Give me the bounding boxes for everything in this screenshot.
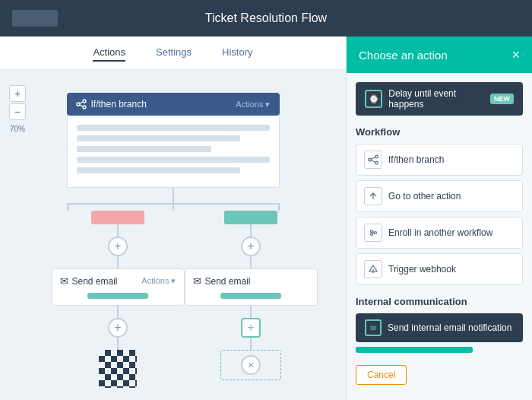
workflow-section-title: Workflow [356, 126, 523, 138]
svg-point-2 [83, 106, 86, 109]
cross-button[interactable]: × [241, 355, 261, 375]
right-panel-title: Choose an action [359, 49, 448, 62]
add-button-left[interactable]: + [108, 237, 128, 256]
if-then-body [67, 116, 280, 188]
svg-point-5 [369, 158, 372, 161]
if-then-text: If/then branch [91, 99, 147, 110]
teal-line-right [220, 293, 281, 299]
main-layout: Actions Settings History + − 70% [0, 37, 532, 400]
page-title: Ticket Resolution Flow [205, 11, 327, 25]
node-line-4 [77, 157, 270, 163]
connector-v-left-3 [117, 306, 119, 318]
dotted-box: × [220, 350, 281, 380]
workflow-item-0[interactable]: If/then branch [356, 144, 523, 176]
svg-point-12 [371, 233, 373, 236]
tab-actions[interactable]: Actions [93, 46, 125, 59]
connector-v-right-2 [250, 256, 252, 268]
workflow-icon-0 [364, 151, 382, 169]
node-line-3 [77, 146, 212, 152]
branch-connector [67, 188, 280, 211]
workflow-label-1: Go to other action [388, 191, 461, 202]
svg-point-7 [375, 161, 378, 164]
right-panel-content: ⌚ Delay until event happens NEW Workflow [347, 73, 532, 400]
zoom-out-button[interactable]: − [9, 103, 26, 120]
branch-icon [76, 99, 87, 110]
svg-line-8 [371, 157, 375, 159]
if-then-actions[interactable]: Actions ▾ [236, 100, 270, 110]
workflow-label-3: Trigger webhook [388, 264, 456, 275]
connector-v-right-4 [250, 338, 252, 350]
webhook-icon [368, 264, 378, 275]
connector-v-left-4 [117, 338, 119, 350]
app-logo [12, 10, 58, 27]
if-then-node[interactable]: If/then branch Actions ▾ [67, 93, 280, 116]
tab-history[interactable]: History [222, 46, 252, 59]
workflow-label-2: Enroll in another workflow [388, 227, 492, 238]
send-email-label-left: ✉ Send email [60, 275, 118, 287]
teal-progress-bar [356, 347, 473, 353]
branch-right: + ✉ Send email [185, 211, 318, 388]
node-line-2 [77, 135, 241, 141]
delay-text: Delay until event happens [388, 88, 490, 110]
node-line-5 [77, 167, 241, 173]
arrow-icon [368, 191, 378, 202]
internal-action-item-0[interactable]: ✉ Send internal email notification [356, 313, 523, 342]
send-email-header-right: ✉ Send email [193, 275, 309, 287]
svg-line-4 [80, 105, 83, 106]
tab-settings[interactable]: Settings [156, 46, 192, 59]
svg-line-9 [371, 160, 375, 162]
connector-v-left [117, 224, 119, 237]
if-then-label: If/then branch [76, 99, 147, 110]
workflow-item-2[interactable]: Enroll in another workflow [356, 217, 523, 249]
branch-left: + ✉ Send email Actions ▾ [52, 211, 185, 388]
send-email-node-right[interactable]: ✉ Send email [185, 268, 318, 306]
svg-point-13 [375, 232, 377, 234]
svg-point-11 [371, 230, 373, 233]
add-button-right[interactable]: + [241, 237, 261, 256]
internal-icon-0: ✉ [365, 319, 382, 336]
zoom-in-button[interactable]: + [9, 85, 26, 102]
svg-point-6 [375, 155, 378, 158]
right-panel: Choose an action × ⌚ Delay until event h… [346, 37, 532, 400]
branch-columns: + ✉ Send email Actions ▾ [52, 211, 295, 388]
delay-action-item[interactable]: ⌚ Delay until event happens NEW [356, 82, 523, 116]
connector-v-left-2 [117, 256, 119, 268]
internal-label-0: Send internal email notification [388, 322, 511, 333]
flow-container: If/then branch Actions ▾ [14, 93, 333, 388]
node-line-1 [77, 125, 270, 131]
svg-line-15 [373, 233, 375, 234]
workflow-label-0: If/then branch [388, 154, 444, 165]
cancel-button[interactable]: Cancel [356, 365, 407, 385]
left-panel: Actions Settings History + − 70% [0, 37, 346, 400]
tab-bar: Actions Settings History [0, 37, 346, 70]
internal-section-title: Internal communication [356, 296, 523, 307]
workflow-item-1[interactable]: Go to other action [356, 180, 523, 212]
add-button-left-2[interactable]: + [108, 318, 128, 338]
workflow-icon-2 [364, 224, 382, 242]
right-panel-header: Choose an action × [347, 37, 532, 73]
svg-line-14 [373, 232, 375, 233]
close-button[interactable]: × [511, 48, 520, 62]
send-email-node-left[interactable]: ✉ Send email Actions ▾ [52, 268, 185, 306]
branch-right-tag [224, 211, 277, 224]
delay-action-left: ⌚ Delay until event happens [365, 88, 490, 110]
branch-icon-sm [368, 154, 378, 165]
svg-point-1 [83, 100, 86, 103]
connector-v-right-3 [250, 306, 252, 318]
zoom-level: 70% [10, 125, 25, 133]
teal-line-left [87, 293, 148, 299]
end-marker [99, 350, 137, 388]
delay-icon: ⌚ [365, 90, 382, 108]
app-header: Ticket Resolution Flow [0, 0, 532, 37]
zoom-controls: + − 70% [9, 85, 26, 133]
svg-point-0 [77, 103, 80, 106]
canvas: + − 70% [0, 70, 346, 400]
send-email-header-left: ✉ Send email Actions ▾ [60, 275, 176, 287]
add-btn-teal[interactable]: + [241, 318, 261, 338]
new-badge: NEW [490, 94, 514, 104]
connector-v-right [250, 224, 252, 237]
workflow-icon-3 [364, 260, 382, 278]
svg-point-18 [372, 271, 374, 273]
workflow-item-3[interactable]: Trigger webhook [356, 253, 523, 285]
send-email-actions-left[interactable]: Actions ▾ [141, 276, 176, 286]
